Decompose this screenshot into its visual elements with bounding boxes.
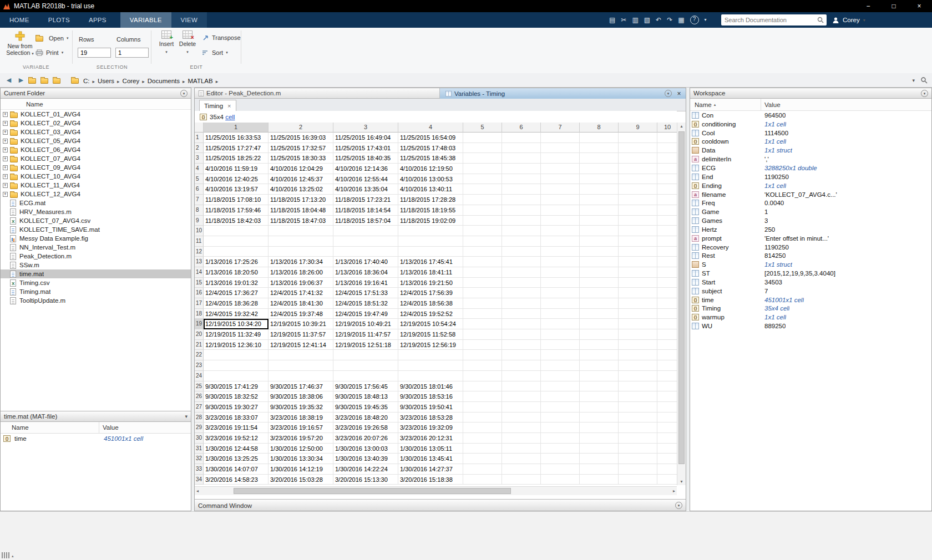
- table-cell[interactable]: [619, 360, 657, 371]
- table-cell[interactable]: [541, 371, 580, 381]
- table-cell[interactable]: [541, 153, 580, 164]
- table-cell[interactable]: [541, 454, 580, 464]
- table-cell[interactable]: [541, 422, 580, 433]
- table-cell[interactable]: [580, 444, 619, 454]
- file-item[interactable]: KOLLECT_TIME_SAVE.mat: [1, 225, 191, 234]
- table-cell[interactable]: [619, 413, 657, 423]
- table-cell[interactable]: 12/19/2015 12:51:18: [333, 340, 398, 350]
- vertical-scrollbar-thumb[interactable]: [678, 131, 685, 464]
- table-cell[interactable]: [502, 454, 541, 464]
- table-cell[interactable]: [580, 195, 619, 205]
- table-cell[interactable]: [463, 195, 502, 205]
- table-cell[interactable]: 12/4/2015 19:47:49: [333, 309, 398, 319]
- table-cell[interactable]: [619, 433, 657, 444]
- table-cell[interactable]: 1/13/2016 17:30:34: [269, 257, 333, 267]
- table-cell[interactable]: [463, 205, 502, 216]
- table-cell[interactable]: [619, 391, 657, 402]
- table-cell[interactable]: 11/18/2015 18:04:48: [269, 205, 333, 216]
- current-folder-header[interactable]: Current Folder ▾: [1, 88, 191, 99]
- table-cell[interactable]: 1/13/2016 18:41:11: [398, 267, 463, 278]
- table-cell[interactable]: [657, 226, 677, 236]
- table-cell[interactable]: 1/30/2016 14:12:19: [269, 464, 333, 475]
- table-cell[interactable]: 11/25/2015 17:48:03: [398, 143, 463, 154]
- row-header[interactable]: 17: [195, 298, 204, 309]
- folder-item[interactable]: +KOLLECT_12_AVG4: [1, 190, 191, 198]
- table-cell[interactable]: [502, 340, 541, 350]
- breadcrumb-segment[interactable]: Corey: [121, 78, 141, 84]
- table-cell[interactable]: [463, 413, 502, 423]
- table-cell[interactable]: 1/13/2016 17:25:26: [204, 257, 269, 267]
- table-cell[interactable]: [580, 153, 619, 164]
- table-cell[interactable]: [463, 164, 502, 174]
- table-cell[interactable]: [502, 464, 541, 475]
- window-resize-grip[interactable]: ▴: [2, 552, 14, 558]
- table-cell[interactable]: [463, 184, 502, 195]
- table-cell[interactable]: [269, 247, 333, 257]
- table-cell[interactable]: 12/19/2015 11:52:58: [398, 329, 463, 340]
- table-cell[interactable]: [580, 247, 619, 257]
- panel-menu-icon[interactable]: ▾: [921, 90, 928, 97]
- table-cell[interactable]: 9/30/2015 18:38:06: [269, 391, 333, 402]
- table-cell[interactable]: [502, 475, 541, 485]
- row-header[interactable]: 22: [195, 350, 204, 360]
- copy-icon[interactable]: ▥: [632, 17, 638, 23]
- table-cell[interactable]: 1/30/2016 14:27:37: [398, 464, 463, 475]
- print-button[interactable]: Print ▾: [36, 49, 63, 56]
- row-header[interactable]: 30: [195, 433, 204, 444]
- folder-item[interactable]: +KOLLECT_07_AVG4: [1, 154, 191, 163]
- file-item[interactable]: SSw.m: [1, 261, 191, 269]
- table-cell[interactable]: [502, 329, 541, 340]
- panel-menu-icon[interactable]: ▾: [665, 90, 672, 97]
- table-cell[interactable]: 11/18/2015 18:57:04: [333, 216, 398, 226]
- paste-icon[interactable]: ▧: [644, 17, 650, 23]
- table-cell[interactable]: [580, 350, 619, 360]
- table-cell[interactable]: [619, 402, 657, 413]
- workspace-row[interactable]: Data1x1 struct: [690, 146, 931, 155]
- table-cell[interactable]: [204, 226, 269, 236]
- table-cell[interactable]: [541, 381, 580, 392]
- table-cell[interactable]: [463, 329, 502, 340]
- table-cell[interactable]: 3/20/2016 15:03:28: [269, 475, 333, 485]
- workspace-row[interactable]: warmup1x1 cell: [690, 313, 931, 322]
- table-cell[interactable]: 12/4/2015 19:32:42: [204, 309, 269, 319]
- table-cell[interactable]: 1/30/2016 13:05:11: [398, 444, 463, 454]
- table-cell[interactable]: [541, 319, 580, 329]
- table-cell[interactable]: [541, 402, 580, 413]
- table-cell[interactable]: 9/30/2015 17:46:37: [269, 381, 333, 392]
- table-cell[interactable]: [463, 288, 502, 298]
- table-cell[interactable]: [502, 371, 541, 381]
- table-cell[interactable]: 9/30/2015 18:32:52: [204, 391, 269, 402]
- table-cell[interactable]: 1/13/2016 19:16:41: [333, 278, 398, 288]
- table-cell[interactable]: [657, 402, 677, 413]
- table-cell[interactable]: 12/4/2015 18:41:30: [269, 298, 333, 309]
- table-cell[interactable]: 12/19/2015 10:34:20: [204, 319, 269, 329]
- table-cell[interactable]: [269, 360, 333, 371]
- workspace-row[interactable]: Hertz250: [690, 225, 931, 234]
- table-cell[interactable]: [463, 391, 502, 402]
- table-cell[interactable]: 9/30/2015 19:30:27: [204, 402, 269, 413]
- table-cell[interactable]: [502, 257, 541, 267]
- table-cell[interactable]: 1/30/2016 12:44:58: [204, 444, 269, 454]
- table-cell[interactable]: [657, 288, 677, 298]
- table-cell[interactable]: [619, 329, 657, 340]
- editor-panel-tab[interactable]: Editor - Peak_Detection.m: [195, 88, 440, 99]
- table-cell[interactable]: [463, 360, 502, 371]
- table-cell[interactable]: [502, 195, 541, 205]
- table-cell[interactable]: [619, 153, 657, 164]
- file-item[interactable]: KOLLECT_07_AVG4.csv: [1, 216, 191, 225]
- file-item[interactable]: Peak_Detection.m: [1, 252, 191, 261]
- table-cell[interactable]: [580, 267, 619, 278]
- table-cell[interactable]: 3/23/2016 18:48:20: [333, 413, 398, 423]
- table-cell[interactable]: 11/18/2015 17:28:28: [398, 195, 463, 205]
- table-cell[interactable]: [541, 257, 580, 267]
- table-cell[interactable]: [541, 247, 580, 257]
- table-cell[interactable]: 12/4/2015 19:37:48: [269, 309, 333, 319]
- table-cell[interactable]: [502, 402, 541, 413]
- table-cell[interactable]: 3/23/2016 19:57:20: [269, 433, 333, 444]
- table-cell[interactable]: [204, 371, 269, 381]
- table-cell[interactable]: [541, 133, 580, 143]
- folder-item[interactable]: +KOLLECT_11_AVG4: [1, 181, 191, 190]
- table-cell[interactable]: [541, 205, 580, 216]
- table-cell[interactable]: [619, 195, 657, 205]
- table-cell[interactable]: 9/30/2015 19:45:35: [333, 402, 398, 413]
